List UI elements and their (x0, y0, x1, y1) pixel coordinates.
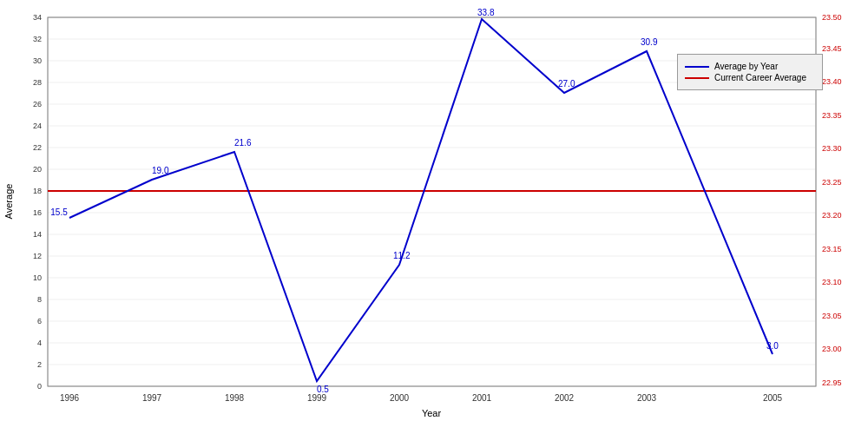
svg-text:24: 24 (33, 122, 42, 130)
x-axis-label: Year (422, 408, 442, 418)
svg-text:23.25: 23.25 (822, 178, 842, 187)
svg-text:23.40: 23.40 (822, 77, 842, 86)
svg-text:26: 26 (33, 100, 42, 108)
svg-text:2: 2 (37, 360, 42, 369)
svg-text:6: 6 (37, 317, 42, 326)
svg-text:1997: 1997 (142, 393, 162, 403)
svg-text:23.15: 23.15 (822, 245, 842, 253)
legend-career-line (685, 77, 709, 79)
svg-text:23.00: 23.00 (822, 345, 842, 353)
svg-text:22: 22 (33, 143, 42, 152)
svg-text:2001: 2001 (472, 393, 492, 403)
svg-text:14: 14 (33, 230, 42, 239)
svg-text:21.6: 21.6 (234, 138, 252, 148)
svg-text:12: 12 (33, 252, 42, 260)
svg-text:10: 10 (33, 273, 42, 282)
svg-text:22.95: 22.95 (822, 378, 842, 387)
svg-text:2000: 2000 (390, 393, 410, 403)
svg-text:16: 16 (33, 208, 42, 217)
svg-text:1998: 1998 (225, 393, 245, 403)
svg-text:2005: 2005 (763, 393, 783, 403)
svg-text:15.5: 15.5 (50, 207, 68, 217)
legend-box: Average by Year Current Career Average (677, 54, 823, 90)
svg-text:0: 0 (37, 382, 42, 391)
legend-avg-by-year: Average by Year (685, 62, 815, 71)
svg-text:8: 8 (37, 295, 42, 304)
y-axis-label: Average (3, 184, 14, 220)
svg-text:30.9: 30.9 (641, 37, 658, 47)
svg-text:2002: 2002 (555, 393, 575, 403)
svg-text:23.50: 23.50 (822, 13, 842, 22)
svg-text:1999: 1999 (307, 393, 327, 403)
svg-text:2003: 2003 (637, 393, 657, 403)
svg-text:34: 34 (33, 13, 42, 22)
svg-text:4: 4 (37, 339, 42, 347)
svg-text:0.5: 0.5 (317, 385, 329, 394)
svg-text:3.0: 3.0 (766, 341, 779, 351)
svg-text:23.10: 23.10 (822, 278, 842, 286)
svg-text:28: 28 (33, 78, 42, 87)
x-axis-labels: 1996 1997 1998 1999 2000 2001 2002 2003 … (60, 393, 783, 403)
svg-text:19.0: 19.0 (152, 166, 169, 175)
svg-text:23.05: 23.05 (822, 312, 842, 320)
svg-text:27.0: 27.0 (558, 79, 575, 89)
right-y-axis-labels: 23.50 23.45 23.40 23.35 23.30 23.25 23.2… (822, 13, 842, 387)
svg-text:23.30: 23.30 (822, 144, 842, 153)
svg-text:20: 20 (33, 165, 42, 174)
svg-text:32: 32 (33, 35, 42, 43)
legend-career-label: Current Career Average (714, 73, 806, 82)
legend-career-avg: Current Career Average (685, 73, 815, 82)
legend-avg-label: Average by Year (714, 62, 778, 71)
svg-text:1996: 1996 (60, 393, 80, 403)
svg-text:23.45: 23.45 (822, 44, 842, 53)
svg-text:11.2: 11.2 (393, 251, 411, 260)
chart-container: 34 32 30 28 26 24 22 20 18 (0, 0, 868, 434)
legend-avg-line (685, 66, 709, 68)
svg-text:33.8: 33.8 (477, 8, 495, 17)
svg-text:18: 18 (33, 187, 42, 195)
svg-text:30: 30 (33, 56, 42, 65)
svg-text:23.20: 23.20 (822, 211, 842, 220)
svg-text:23.35: 23.35 (822, 111, 842, 120)
